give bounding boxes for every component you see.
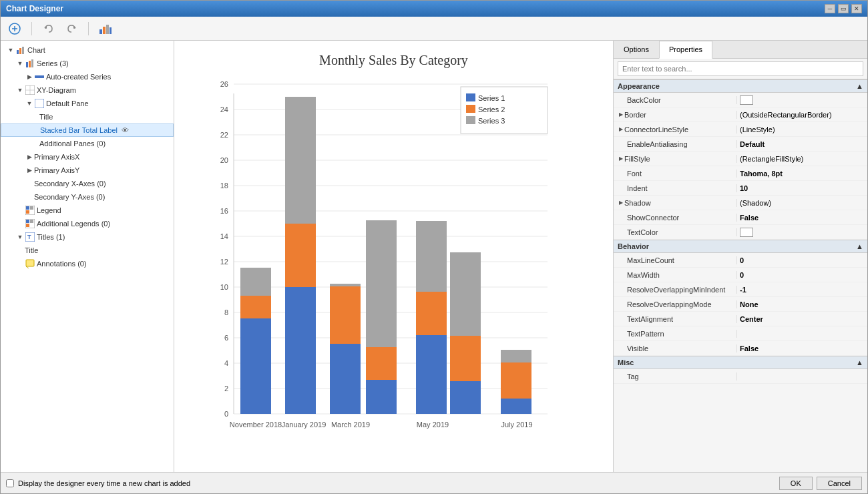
tree-item-chart[interactable]: ▼ Chart: [1, 43, 174, 57]
prop-val-textcolor: [737, 227, 867, 236]
tree-item-add-panes[interactable]: Additional Panes (0): [1, 137, 174, 150]
designer-checkbox[interactable]: [6, 479, 14, 487]
tree-label-title-sub: Title: [25, 246, 38, 254]
tree-item-axisy[interactable]: ▶ Primary AxisY: [1, 164, 174, 177]
prop-tag[interactable]: Tag: [614, 369, 867, 384]
tree-label-add-panes: Additional Panes (0): [39, 140, 105, 148]
svg-rect-90: [466, 105, 475, 113]
prop-resolve-indent[interactable]: ResolveOverlappingMinIndent -1: [614, 282, 867, 297]
prop-font[interactable]: Font Tahoma, 8pt: [614, 166, 867, 181]
svg-text:March 2019: March 2019: [331, 421, 369, 429]
prop-textcolor[interactable]: TextColor: [614, 225, 867, 240]
tree-item-add-legends[interactable]: Additional Legends (0): [1, 217, 174, 230]
expand-series[interactable]: ▼: [15, 59, 25, 68]
tree-label-series: Series (3): [37, 59, 69, 67]
minimize-button[interactable]: ─: [825, 4, 835, 13]
expand-axisx[interactable]: ▶: [25, 152, 34, 162]
prop-shadow[interactable]: ▶ Shadow (Shadow): [614, 196, 867, 210]
group-misc-label: Misc: [618, 358, 634, 366]
expand-titles[interactable]: ▼: [15, 232, 25, 242]
group-appearance-label: Appearance: [618, 82, 660, 90]
cancel-button[interactable]: Cancel: [817, 477, 862, 490]
expand-border[interactable]: ▶: [619, 111, 623, 117]
tab-options[interactable]: Options: [614, 41, 659, 58]
expand-shadow[interactable]: ▶: [619, 200, 623, 206]
prop-indent[interactable]: Indent 10: [614, 181, 867, 196]
toolbar-separator: [31, 22, 32, 35]
bar-group-2: [285, 97, 316, 414]
chart-svg: 0 2 4 6 8 10: [200, 73, 588, 461]
prop-textalign[interactable]: TextAlignment Center: [614, 312, 867, 326]
svg-rect-66: [285, 97, 316, 224]
tree-item-title-sub[interactable]: Title: [1, 244, 174, 257]
prop-name-antialiasing: EnableAntialiasing: [614, 140, 737, 148]
prop-showconnector[interactable]: ShowConnector False: [614, 210, 867, 225]
tree-item-legend[interactable]: Legend: [1, 204, 174, 217]
prop-val-res-mode: None: [737, 300, 867, 308]
visibility-icon[interactable]: 👁: [120, 125, 131, 136]
search-input[interactable]: [618, 61, 863, 76]
redo-button[interactable]: [63, 20, 80, 37]
svg-text:4: 4: [224, 359, 228, 367]
add-button[interactable]: [6, 20, 23, 37]
prop-backcolor[interactable]: BackColor: [614, 93, 867, 107]
prop-connector[interactable]: ▶ ConnectorLineStyle (LineStyle): [614, 122, 867, 137]
tree-item-xy-diagram[interactable]: ▼ XY-Diagram: [1, 83, 174, 97]
svg-rect-23: [30, 206, 33, 210]
tree-item-axisx[interactable]: ▶ Primary AxisX: [1, 150, 174, 164]
undo-button[interactable]: [40, 20, 57, 37]
tree-item-default-pane[interactable]: ▼ Default Pane: [1, 97, 174, 110]
svg-rect-8: [110, 27, 112, 34]
expand-fill[interactable]: ▶: [619, 156, 623, 162]
expand-auto-series[interactable]: ▶: [25, 72, 34, 81]
tree-item-stacked-bar[interactable]: Stacked Bar Total Label 👁: [1, 123, 174, 137]
chart-button[interactable]: [97, 20, 114, 37]
prop-maxlinecount[interactable]: MaxLineCount 0: [614, 253, 867, 268]
tree-item-auto-series[interactable]: ▶ Auto-created Series: [1, 70, 174, 83]
auto-series-icon: [34, 71, 45, 82]
prop-name-textpattern: TextPattern: [614, 330, 737, 338]
tree-item-titles[interactable]: ▼ T Titles (1): [1, 230, 174, 244]
prop-antialiasing[interactable]: EnableAntialiasing Default: [614, 137, 867, 152]
pane-icon: [34, 98, 45, 109]
svg-text:July 2019: July 2019: [501, 421, 532, 429]
svg-rect-26: [26, 224, 29, 227]
prop-resolve-mode[interactable]: ResolveOverlappingMode None: [614, 297, 867, 312]
tree-label-xy: XY-Diagram: [37, 86, 76, 94]
prop-val-antialiasing: Default: [737, 140, 867, 148]
prop-visible[interactable]: Visible False: [614, 341, 867, 356]
prop-fillstyle[interactable]: ▶ FillStyle (RectangleFillStyle): [614, 152, 867, 166]
legend-icon: [25, 205, 35, 216]
window-title: Chart Designer: [6, 4, 63, 13]
tree-item-annotations[interactable]: Annotations (0): [1, 257, 174, 270]
prop-val-textalign: Center: [737, 315, 867, 323]
group-appearance: Appearance ▲: [614, 79, 867, 93]
restore-button[interactable]: ▭: [838, 4, 849, 13]
tree-label-stacked-bar: Stacked Bar Total Label: [40, 126, 118, 134]
prop-maxwidth[interactable]: MaxWidth 0: [614, 268, 867, 282]
prop-border[interactable]: ▶ Border (OutsideRectangularBorder): [614, 107, 867, 122]
designer-checkbox-label: Display the designer every time a new ch…: [18, 479, 190, 487]
svg-rect-64: [285, 287, 316, 414]
close-button[interactable]: ✕: [851, 4, 862, 13]
tree-item-sec-x[interactable]: Secondary X-Axes (0): [1, 177, 174, 190]
group-appearance-collapse[interactable]: ▲: [856, 82, 863, 90]
tree-label-auto-series: Auto-created Series: [46, 73, 111, 81]
tree-item-sec-y[interactable]: Secondary Y-Axes (0): [1, 190, 174, 204]
group-behavior-collapse[interactable]: ▲: [856, 242, 863, 250]
expand-axisy[interactable]: ▶: [25, 166, 34, 175]
tree-label-chart: Chart: [27, 46, 45, 54]
prop-textpattern[interactable]: TextPattern: [614, 326, 867, 341]
prop-val-visible: False: [737, 344, 867, 352]
tree-item-series[interactable]: ▼ Series (3): [1, 57, 174, 70]
expand-pane[interactable]: ▼: [25, 99, 34, 108]
expand-xy[interactable]: ▼: [15, 85, 25, 95]
svg-rect-75: [416, 221, 447, 292]
expand-connector[interactable]: ▶: [619, 126, 623, 132]
prop-name-backcolor: BackColor: [614, 96, 737, 104]
tab-properties[interactable]: Properties: [659, 41, 712, 59]
tree-item-title[interactable]: Title: [1, 110, 174, 123]
group-misc-collapse[interactable]: ▲: [856, 358, 863, 366]
ok-button[interactable]: OK: [779, 477, 813, 490]
expand-chart[interactable]: ▼: [6, 45, 15, 55]
